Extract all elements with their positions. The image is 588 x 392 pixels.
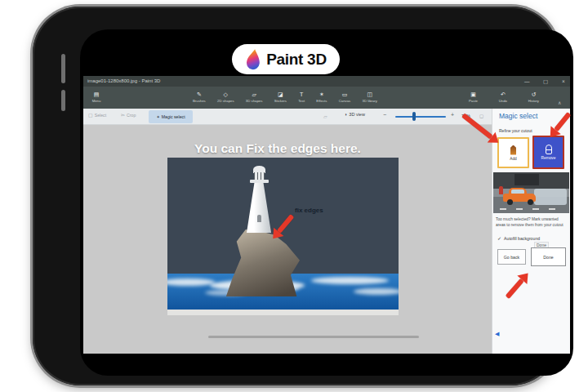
magic-select-icon: ✶ — [156, 114, 159, 119]
history-icon: ↺ — [531, 91, 536, 98]
rock — [225, 229, 300, 296]
panel-collapse-icon[interactable]: ◀ — [495, 331, 499, 337]
toolbar-right-group: ▣ Paste ↶ Undo ↺ History — [469, 89, 539, 106]
disabled-tool-icon: ▱ — [323, 114, 327, 119]
tool-stickers[interactable]: ◪ Stickers — [274, 89, 287, 106]
checkmark-icon: ✓ — [497, 235, 501, 241]
maximize-button[interactable]: ▢ — [543, 78, 548, 85]
2d-shapes-icon: ◇ — [224, 91, 228, 98]
zoom-out-button[interactable]: − — [383, 112, 386, 118]
tablet-volume-up-button — [61, 54, 65, 83]
3d-view-icon: ◗ — [345, 112, 347, 117]
toolbar-collapse-icon[interactable]: ∧ — [558, 100, 561, 105]
stickers-icon: ◪ — [278, 91, 283, 98]
crop-icon: ✂ — [121, 112, 125, 118]
window-title: image01-1280x800.jpg - Paint 3D — [87, 78, 160, 83]
menu-icon: ▤ — [94, 91, 100, 98]
paste-button[interactable]: ▣ Paste — [469, 89, 478, 106]
history-button[interactable]: ↺ History — [528, 89, 539, 106]
main-toolbar: ▤ Menu ✎ Brushes ◇ 2D shapes ▱ — [83, 87, 570, 109]
remove-button[interactable]: Remove — [532, 136, 564, 169]
fix-edges-annotation: fix edges — [295, 207, 323, 214]
remove-eraser-icon — [546, 145, 552, 154]
tool-effects[interactable]: ✶ Effects — [316, 89, 327, 106]
hydrant — [499, 186, 503, 194]
panel-title: Magic select — [499, 112, 537, 120]
lighthouse-balcony — [250, 180, 269, 183]
crop-button[interactable]: ✂ Crop — [121, 112, 136, 118]
undo-button[interactable]: ↶ Undo — [499, 89, 507, 106]
brushes-icon: ✎ — [197, 91, 202, 98]
add-marker-icon — [510, 145, 516, 155]
zoom-in-button[interactable]: + — [451, 112, 454, 118]
badge-app-name: Paint 3D — [266, 51, 327, 69]
close-button[interactable]: × — [562, 78, 565, 85]
paint3d-window: image01-1280x800.jpg - Paint 3D — ▢ × ▤ … — [83, 76, 570, 354]
paste-icon: ▣ — [470, 91, 476, 98]
lighthouse-tower — [247, 180, 271, 233]
autofill-checkbox[interactable]: ✓ Autofill background — [497, 235, 540, 241]
3d-shapes-icon: ▱ — [252, 91, 256, 98]
tool-canvas[interactable]: ▭ Canvas — [339, 89, 351, 106]
effects-icon: ✶ — [319, 91, 324, 98]
paint3d-brand-badge: Paint 3D — [232, 44, 340, 74]
tutorial-caption: You can Fix the edges here. — [83, 141, 472, 156]
zoom-slider-handle[interactable] — [412, 112, 416, 121]
menu-button[interactable]: ▤ Menu — [86, 89, 107, 106]
fit-to-window-icon[interactable]: ▢ — [479, 114, 483, 118]
drawing-canvas[interactable]: You can Fix the edges here. — [83, 125, 492, 354]
add-button[interactable]: Add — [497, 137, 529, 168]
3d-library-icon: ◫ — [367, 91, 372, 98]
zoom-slider-track[interactable] — [395, 116, 446, 118]
canvas-icon: ▭ — [342, 91, 348, 98]
select-icon: ▢ — [88, 112, 93, 118]
title-bar: image01-1280x800.jpg - Paint 3D — ▢ × — [83, 76, 570, 87]
tablet-volume-down-button — [61, 90, 65, 111]
instruction-text: Too much selected? Mark unwanted areas t… — [496, 216, 568, 228]
page-background: image01-1280x800.jpg - Paint 3D — ▢ × ▤ … — [0, 0, 588, 392]
refine-cutout-label: Refine your cutout — [499, 128, 532, 133]
done-button[interactable]: Done — [531, 247, 566, 266]
minimize-button[interactable]: — — [524, 78, 530, 85]
tool-3d-shapes[interactable]: ▱ 3D shapes — [246, 89, 263, 106]
lighthouse-door — [257, 215, 261, 222]
selected-region — [534, 189, 567, 205]
tool-text[interactable]: T Text — [298, 89, 305, 106]
undo-icon: ↶ — [501, 91, 506, 98]
tool-2d-shapes[interactable]: ◇ 2D shapes — [217, 89, 234, 106]
tool-brushes[interactable]: ✎ Brushes — [193, 89, 206, 106]
example-car-thumbnail — [493, 172, 569, 213]
tablet-screen: image01-1280x800.jpg - Paint 3D — ▢ × ▤ … — [80, 29, 573, 376]
magic-select-panel: Magic select Refine your cutout Add Remo… — [492, 109, 570, 354]
go-back-button[interactable]: Go back — [497, 249, 526, 265]
select-button[interactable]: ▢ Select — [88, 112, 106, 118]
magic-select-button[interactable]: ✶ Magic select — [149, 110, 193, 123]
paint3d-drop-logo — [245, 48, 262, 70]
3d-view-toggle[interactable]: ◗ 3D view — [345, 112, 365, 117]
tools-group: ✎ Brushes ◇ 2D shapes ▱ 3D shapes ◪ — [193, 89, 377, 106]
text-icon: T — [300, 91, 303, 98]
tool-3d-library[interactable]: ◫ 3D library — [363, 89, 377, 106]
horizontal-scrollbar[interactable] — [208, 336, 419, 338]
